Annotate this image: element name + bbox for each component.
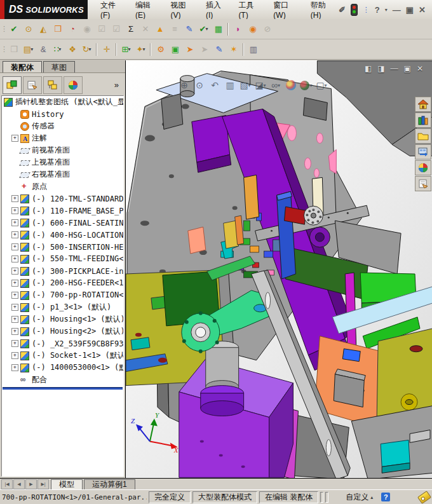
expander-icon[interactable]: + xyxy=(11,135,18,142)
help-button[interactable]: ? xyxy=(375,5,380,15)
expander-icon[interactable]: + xyxy=(11,316,18,323)
tree-item[interactable]: + (-) Socket-1<1> (默认) xyxy=(2,350,123,362)
tree-item[interactable]: + (-) 700-pp-ROTATION<1> (默 xyxy=(2,289,123,301)
hud-icon[interactable]: ⊕ xyxy=(177,78,192,92)
expander-icon[interactable]: + xyxy=(11,231,18,238)
toolbar-icon[interactable]: ▤▾ xyxy=(21,42,36,57)
menu-item[interactable]: 插入(I) xyxy=(201,0,231,22)
toolbar-icon[interactable]: ✛ xyxy=(99,42,114,57)
menu-item[interactable]: 编辑(E) xyxy=(130,0,163,22)
tree-item[interactable]: History xyxy=(2,108,123,120)
toolbar-icon[interactable]: ✔▾ xyxy=(196,22,211,37)
property-manager-tab[interactable] xyxy=(23,76,42,94)
hud-icon[interactable]: ⊙ xyxy=(192,78,207,92)
tree-item[interactable]: + (-) 1400053000<1> (默认) xyxy=(2,362,123,374)
toolbar-icon[interactable]: ◭ xyxy=(36,22,50,37)
appearances-icon[interactable] xyxy=(415,160,431,175)
toolbar-icon[interactable]: ☑ xyxy=(109,22,123,37)
toolbar-icon[interactable]: ✕ xyxy=(138,22,152,37)
toolbar-icon[interactable]: Σ xyxy=(123,22,138,37)
feature-manager-tab[interactable] xyxy=(3,76,22,94)
tree-item[interactable]: + (-) Housing<1> (默认) xyxy=(2,313,123,325)
toolbar-icon[interactable] xyxy=(274,22,289,37)
toolbar-icon[interactable]: ◉ xyxy=(245,22,260,37)
tree-item[interactable]: + (-) 110-FRAME_BASE_PLATE< xyxy=(2,205,123,217)
toolbar-icon[interactable] xyxy=(243,43,244,56)
tree-item[interactable]: + (-) 600-FINAL-SEATING.1<1 xyxy=(2,217,123,229)
toolbar-icon[interactable]: ⊙ xyxy=(21,22,36,37)
graphics-viewport[interactable]: X Y Z ◧◨—▣✕ ⊕⊙↶▥▧▾◪▾∞▾▾▢▾ xyxy=(125,60,432,478)
custom-properties-icon[interactable] xyxy=(415,176,431,191)
sheet-nav-button[interactable]: ◀ xyxy=(13,479,25,489)
toolbar-icon[interactable]: ✎ xyxy=(182,22,196,37)
hud-icon[interactable] xyxy=(283,78,299,92)
toolbar-icon[interactable]: ⊘ xyxy=(260,22,274,37)
expander-icon[interactable]: + xyxy=(11,304,18,311)
doc-window-button[interactable]: ◧ xyxy=(365,64,372,73)
expander-icon[interactable]: + xyxy=(11,268,18,275)
menu-item[interactable]: 视图(V) xyxy=(165,0,198,22)
toolbar-icon[interactable]: ▥ xyxy=(246,42,260,57)
expander-icon[interactable]: + xyxy=(11,255,18,262)
tree-item[interactable]: + (-) 300-PICKPLACE-index<1 xyxy=(2,265,123,277)
expander-icon[interactable]: + xyxy=(11,292,18,299)
file-explorer-folder-icon[interactable] xyxy=(415,128,431,144)
tree-item[interactable]: 传感器 xyxy=(2,120,123,132)
tree-item[interactable]: 右视基准面 xyxy=(2,168,123,180)
toolbar-icon[interactable]: ✔ xyxy=(6,22,21,37)
toolbar-icon[interactable]: & xyxy=(36,42,50,57)
toolbar-icon[interactable]: ➤ xyxy=(197,42,212,57)
model-view[interactable]: X Y Z xyxy=(126,60,432,478)
hud-icon[interactable]: ∞▾ xyxy=(268,78,283,92)
toolbar-icon[interactable]: ▦ xyxy=(211,22,226,37)
toolbar-icon[interactable] xyxy=(96,43,97,56)
toolbar-icon[interactable]: ➤ xyxy=(182,42,197,57)
panel-chevron-icon[interactable]: » xyxy=(114,80,123,90)
toolbar-icon[interactable] xyxy=(116,43,117,56)
expander-icon[interactable]: + xyxy=(11,219,18,226)
toolbar-icon[interactable]: ✎ xyxy=(212,42,226,57)
design-library-icon[interactable] xyxy=(415,112,431,128)
tree-item[interactable]: + 注解 xyxy=(2,132,123,144)
tree-item[interactable]: 原点 xyxy=(2,180,123,193)
toolbar-icon[interactable]: ✶ xyxy=(226,42,241,57)
tree-item[interactable]: + (-) 200-HSG-FEEDER<1> (默 xyxy=(2,277,123,289)
hud-icon[interactable]: ▾ xyxy=(299,78,314,92)
tree-item[interactable]: + (-) p1_3<1> (默认) xyxy=(2,301,123,313)
hud-icon[interactable]: ▢▾ xyxy=(314,78,329,92)
status-help-icon[interactable]: ? xyxy=(381,493,390,501)
expander-icon[interactable]: + xyxy=(11,195,18,202)
expander-icon[interactable]: + xyxy=(11,340,18,347)
tree-item[interactable]: 配合 xyxy=(2,374,123,386)
menu-item[interactable]: 帮助(H) xyxy=(306,0,339,22)
toolbar-icon[interactable]: ▲ xyxy=(152,22,167,37)
toolbar-icon[interactable] xyxy=(289,22,304,37)
tree-item[interactable]: 前视基准面 xyxy=(2,144,123,156)
toolbar-icon[interactable] xyxy=(150,43,151,56)
expander-icon[interactable]: + xyxy=(11,328,18,335)
toolbar-icon[interactable]: ↻▾ xyxy=(79,42,94,57)
sheet-nav-button[interactable]: ▶ xyxy=(25,479,37,489)
toolbar-icon[interactable]: ☑ xyxy=(94,22,109,37)
expander-icon[interactable]: + xyxy=(11,364,18,371)
toolbar-icon[interactable]: ◉ xyxy=(79,22,94,37)
toolbar-icon[interactable]: ⚙ xyxy=(153,42,168,57)
sheet-nav-button[interactable]: ▶| xyxy=(37,479,49,489)
tree-item[interactable]: + (-) 500-INSERTION-HEAD.1. xyxy=(2,241,123,253)
toolbar-icon[interactable]: ◗ xyxy=(231,22,245,37)
hud-icon[interactable]: ▧▾ xyxy=(238,78,253,92)
menu-item[interactable]: 文件(F) xyxy=(95,0,128,22)
toolbar-icon[interactable] xyxy=(227,23,229,36)
toolbar-icon[interactable]: ∷▾ xyxy=(50,42,65,57)
tree-item[interactable]: + (-) _X2_539F59CB8F9390015 xyxy=(2,337,123,350)
tree-item[interactable]: + (-) 550-TML-FEEDING<1> (默 xyxy=(2,253,123,265)
resources-home-icon[interactable] xyxy=(415,97,431,112)
hud-icon[interactable]: ◪▾ xyxy=(253,78,268,92)
command-tab[interactable]: 草图 xyxy=(43,61,75,72)
tree-item[interactable]: + (-) 120-TML-STANDARD-DERE xyxy=(2,193,123,205)
expander-icon[interactable]: + xyxy=(11,280,18,287)
close-button[interactable]: ✕ xyxy=(419,5,426,15)
doc-window-button[interactable]: ▣ xyxy=(404,64,411,73)
minimize-button[interactable]: — xyxy=(393,5,401,15)
toolbar-icon[interactable]: ❒ xyxy=(50,22,65,37)
